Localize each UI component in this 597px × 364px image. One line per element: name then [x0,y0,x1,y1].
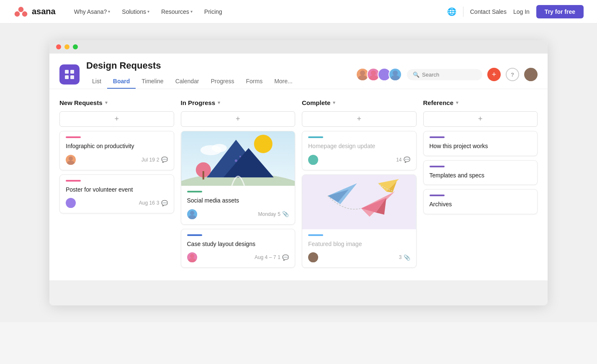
tab-calendar[interactable]: Calendar [170,74,205,89]
card-title: Featured blog image [308,240,410,249]
navbar: asana Why Asana? ▾ Solutions ▾ Resources… [0,0,597,23]
maximize-dot[interactable] [73,44,78,49]
card-meta: 3 📎 [399,254,410,261]
window-titlebar [49,40,548,54]
svg-point-18 [67,161,75,165]
minimize-dot[interactable] [64,44,69,49]
svg-point-35 [190,254,194,258]
svg-point-2 [22,11,28,17]
logo[interactable]: asana [13,4,56,19]
card-title: Templates and specs [430,172,532,180]
card-footer: Aug 16 3 💬 [66,198,168,208]
language-button[interactable]: 🌐 [447,7,456,16]
svg-point-33 [190,211,194,215]
card-comment-count: 5 [278,211,280,217]
search-icon: 🔍 [413,72,419,78]
card-avatar [66,198,76,208]
card-footer: Monday 5 📎 [187,209,289,219]
svg-point-36 [188,258,196,262]
svg-point-9 [371,70,376,75]
card-avatar [66,155,76,165]
tab-more[interactable]: More... [268,74,298,89]
app-footer [49,280,548,305]
card: Poster for volunteer event Aug 16 3 💬 [59,174,174,214]
svg-rect-39 [303,175,416,229]
project-header: Design Requests List Board Timeline Cale… [49,54,548,89]
tab-list[interactable]: List [86,74,107,89]
app-window: Design Requests List Board Timeline Cale… [49,40,548,305]
card-body: Case study layout designs Aug 4 – 7 1 💬 [181,229,295,268]
search-input[interactable] [422,72,476,78]
add-card-button[interactable]: + [423,111,538,127]
card-comment-count: 3 [157,200,160,206]
card-meta: Monday 5 📎 [258,211,289,217]
project-header-right: 🔍 + ? [356,68,538,81]
nav-pricing[interactable]: Pricing [199,6,227,18]
card-date: Aug 16 [139,200,155,206]
log-in-link[interactable]: Log In [513,8,530,15]
logo-text: asana [32,7,56,16]
chevron-down-icon: ▾ [108,9,110,14]
card-comment-count: 14 [396,157,401,163]
card-meta: Aug 16 3 💬 [139,200,168,206]
card: Featured blog image 3 📎 [302,174,417,268]
avatar[interactable] [389,68,402,81]
svg-point-38 [309,161,317,165]
comment-icon: 💬 [161,200,168,206]
svg-rect-5 [65,75,69,79]
chevron-down-icon: ▾ [190,9,193,14]
nav-why-asana[interactable]: Why Asana? ▾ [69,6,116,18]
card-accent [66,136,81,138]
card-body: Infographic on productivity Jul 19 2 💬 [60,131,174,170]
contact-sales-link[interactable]: Contact Sales [470,8,507,15]
card-footer: 3 📎 [308,252,410,262]
add-card-button[interactable]: + [302,111,417,127]
card: Archives [423,189,538,214]
tab-timeline[interactable]: Timeline [136,74,169,89]
add-card-button[interactable]: + [181,111,296,127]
add-button[interactable]: + [487,68,501,81]
column-header: New Requests ▾ [59,97,174,111]
page-body: Design Requests List Board Timeline Cale… [0,23,597,322]
card-avatar [308,155,318,165]
chevron-down-icon: ▾ [218,100,220,105]
tab-board[interactable]: Board [107,74,136,89]
card-title: How this project works [430,142,532,151]
card-title: Infographic on productivity [66,142,168,151]
chevron-down-icon: ▾ [147,9,149,14]
svg-point-14 [391,75,400,80]
tab-forms[interactable]: Forms [240,74,269,89]
card-image [181,131,295,186]
chevron-down-icon: ▾ [333,100,335,105]
svg-point-11 [382,70,387,75]
project-title-area: Design Requests List Board Timeline Cale… [59,60,298,89]
card-accent [430,195,445,196]
svg-point-48 [309,258,317,262]
svg-point-19 [69,200,73,204]
board-content: New Requests ▾ + Infographic on producti… [49,89,548,280]
comment-icon: 💬 [161,156,168,163]
nav-resources[interactable]: Resources ▾ [156,6,198,18]
card: Templates and specs [423,160,538,185]
svg-point-32 [239,156,241,157]
paperclip-icon: 📎 [282,211,289,217]
card-accent [430,136,445,138]
column-title: Reference [423,99,454,106]
svg-point-34 [188,215,196,219]
close-dot[interactable] [56,44,61,49]
svg-point-16 [526,75,536,81]
svg-point-31 [234,159,237,162]
tab-progress[interactable]: Progress [205,74,240,89]
user-avatar[interactable] [524,68,538,81]
paperclip-icon: 📎 [404,254,410,261]
help-button[interactable]: ? [506,68,519,81]
add-card-button[interactable]: + [59,111,174,127]
nav-solutions[interactable]: Solutions ▾ [117,6,154,18]
project-tabs: List Board Timeline Calendar Progress Fo… [86,74,298,89]
column-header: Reference ▾ [423,97,538,111]
comment-icon: 💬 [282,254,289,261]
card-comment-count: 2 [157,157,160,163]
try-for-free-button[interactable]: Try for free [536,5,584,18]
svg-point-8 [358,75,367,80]
column-title: Complete [302,99,330,106]
